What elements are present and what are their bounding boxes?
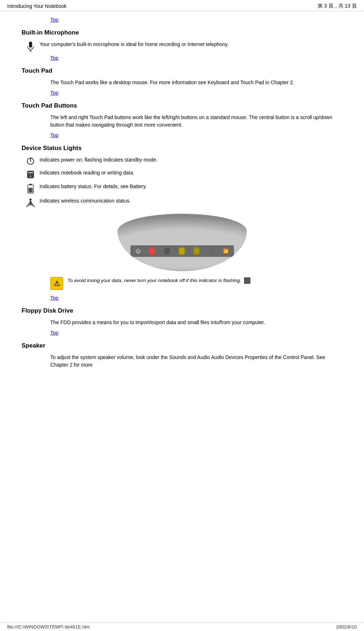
top-link-touch-pad-buttons[interactable]: Top [50,132,59,138]
status-battery-row: Indicates battery status. For details, s… [22,183,342,194]
page-header: Introducing Your Notebook 第 3 頁，共 13 頁 [0,0,364,11]
heading-device-status-lights: Device Status Lights [22,145,342,152]
inline-hdd-icon [244,277,250,284]
hdd-icon [22,170,40,179]
top-link-device-status[interactable]: Top [50,295,59,301]
microphone-icon [22,41,40,51]
status-wireless-text: Indicates wireless communication status. [40,197,342,205]
main-content: Top Built-in Microphone Your computer's … [0,11,364,376]
top-link-0[interactable]: Top [50,17,59,23]
battery-svg [27,183,34,194]
battery-icon [22,183,40,194]
floppy-disk-drive-description: The FDD provides a means for you to impo… [50,319,342,326]
heading-floppy-disk-drive: Floppy Disk Drive [22,307,342,314]
speaker-description: To adjust the system speaker volume, loo… [50,354,342,369]
warning-box: ⚠ To avoid losing your data, never turn … [50,277,342,290]
panel-power-icon: ⏻ [135,248,140,254]
heading-built-in-microphone: Built-in Microphone [22,29,342,36]
status-hdd-text: Indicates notebook reading or writing da… [40,169,342,177]
microphone-icon-row: Your computer's built-in microphone is i… [22,41,342,51]
top-link-microphone[interactable]: Top [50,55,59,61]
panel-strip: ⏻ 📶 [130,245,234,257]
section-device-status-lights: Device Status Lights Indicates power on;… [22,145,342,304]
wireless-svg [26,198,35,208]
status-lights-image: ⏻ 📶 [118,214,247,271]
microphone-description: Your computer's built-in microphone is i… [40,41,342,48]
warning-icon: ⚠ [50,277,63,290]
section-touch-pad-buttons: Touch Pad Buttons The left and right Tou… [22,102,342,142]
section-speaker: Speaker To adjust the system speaker vol… [22,342,342,369]
svg-point-11 [29,199,32,201]
touch-pad-description: The Touch Pad works like a desktop mouse… [50,79,342,86]
svg-rect-0 [29,42,32,47]
mic-svg [27,41,34,51]
status-wireless-row: Indicates wireless communication status. [22,197,342,208]
status-battery-text: Indicates battery status. For details, s… [40,183,342,190]
svg-rect-6 [28,172,33,173]
page-info: 第 3 頁，共 13 頁 [318,3,357,9]
footer-file-path: file:///C:\WINDOWS\TEMP\ bb461E.htm [7,624,90,630]
page-footer: file:///C:\WINDOWS\TEMP\ bb461E.htm 2002… [0,622,364,631]
wireless-icon [22,198,40,208]
svg-rect-10 [28,188,33,192]
power-icon [22,157,40,165]
warning-text: To avoid losing your data, never turn yo… [68,277,250,284]
heading-speaker: Speaker [22,342,342,349]
page-title: Introducing Your Notebook [7,3,66,9]
status-hdd-row: Indicates notebook reading or writing da… [22,169,342,179]
section-built-in-microphone: Built-in Microphone Your computer's buil… [22,29,342,64]
hdd-svg [27,170,34,179]
heading-touch-pad: Touch Pad [22,67,342,74]
panel-wireless-icon: 📶 [223,249,229,254]
status-power-text: Indicates power on; flashing indicates s… [40,156,342,164]
touch-pad-buttons-description: The left and right Touch Pad buttons wor… [50,114,342,129]
top-link-floppy[interactable]: Top [50,330,59,336]
heading-touch-pad-buttons: Touch Pad Buttons [22,102,342,109]
top-link-touch-pad[interactable]: Top [50,90,59,96]
power-svg [26,157,35,165]
svg-point-7 [30,176,31,177]
section-touch-pad: Touch Pad The Touch Pad works like a des… [22,67,342,99]
status-power-row: Indicates power on; flashing indicates s… [22,156,342,165]
section-floppy-disk-drive: Floppy Disk Drive The FDD provides a mea… [22,307,342,339]
footer-date: 2002/6/10 [336,624,357,630]
